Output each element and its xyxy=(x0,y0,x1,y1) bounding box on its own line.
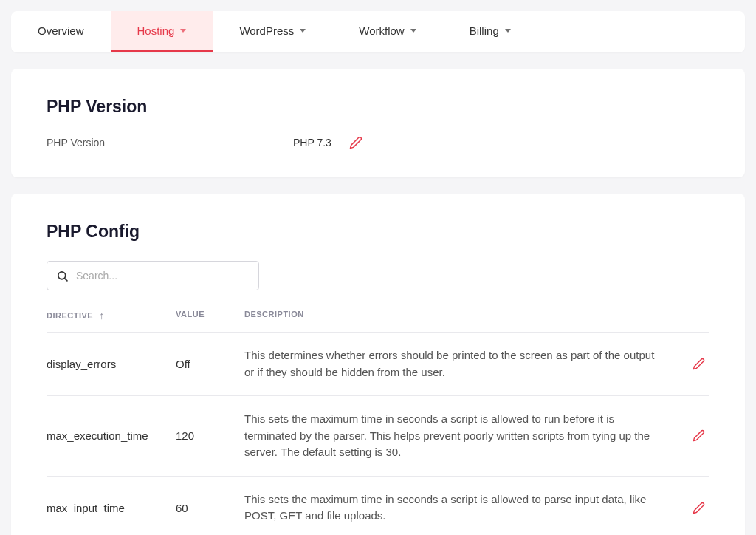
cell-description: This determines whether errors should be… xyxy=(244,347,687,381)
header-directive[interactable]: DIRECTIVE ↑ xyxy=(47,310,176,321)
tab-overview[interactable]: Overview xyxy=(11,11,111,52)
search-icon xyxy=(56,270,69,282)
tab-label: Billing xyxy=(470,24,499,37)
config-table: DIRECTIVE ↑ VALUE DESCRIPTION display_er… xyxy=(47,310,709,535)
pencil-icon xyxy=(693,429,705,442)
php-version-row: PHP Version PHP 7.3 xyxy=(47,136,709,149)
tab-billing[interactable]: Billing xyxy=(443,11,537,52)
cell-directive: max_execution_time xyxy=(47,429,176,442)
header-value[interactable]: VALUE xyxy=(176,310,244,321)
php-config-panel: PHP Config DIRECTIVE ↑ VALUE DESCRIPTION… xyxy=(11,194,745,535)
tab-label: Workflow xyxy=(359,24,404,37)
cell-value: 120 xyxy=(176,429,244,442)
tab-label: Hosting xyxy=(137,24,175,37)
php-version-label: PHP Version xyxy=(47,137,275,149)
search-box xyxy=(47,261,259,290)
tab-label: WordPress xyxy=(239,24,294,37)
pencil-icon xyxy=(693,502,705,514)
cell-directive: display_errors xyxy=(47,358,176,370)
caret-down-icon xyxy=(410,29,416,33)
edit-button[interactable] xyxy=(687,429,709,442)
cell-description: This sets the maximum time in seconds a … xyxy=(244,491,687,525)
php-version-value: PHP 7.3 xyxy=(293,137,331,149)
cell-value: 60 xyxy=(176,502,244,514)
pencil-icon[interactable] xyxy=(349,136,362,149)
tab-wordpress[interactable]: WordPress xyxy=(213,11,332,52)
edit-button[interactable] xyxy=(687,502,709,514)
php-version-panel: PHP Version PHP Version PHP 7.3 xyxy=(11,69,745,177)
search-input[interactable] xyxy=(76,270,250,282)
cell-value: Off xyxy=(176,358,244,370)
pencil-icon xyxy=(693,358,705,370)
top-tabs: Overview Hosting WordPress Workflow Bill… xyxy=(11,11,745,52)
tab-workflow[interactable]: Workflow xyxy=(332,11,442,52)
table-row: max_input_time 60 This sets the maximum … xyxy=(47,476,709,536)
caret-down-icon xyxy=(180,29,186,33)
cell-description: This sets the maximum time in seconds a … xyxy=(244,411,687,461)
table-row: display_errors Off This determines wheth… xyxy=(47,332,709,395)
caret-down-icon xyxy=(300,29,306,33)
table-row: max_execution_time 120 This sets the max… xyxy=(47,395,709,476)
svg-line-1 xyxy=(65,278,67,280)
tab-label: Overview xyxy=(38,24,84,37)
caret-down-icon xyxy=(505,29,511,33)
table-header: DIRECTIVE ↑ VALUE DESCRIPTION xyxy=(47,310,709,332)
cell-directive: max_input_time xyxy=(47,502,176,514)
sort-arrow-up-icon: ↑ xyxy=(99,310,105,321)
edit-button[interactable] xyxy=(687,358,709,370)
tab-hosting[interactable]: Hosting xyxy=(111,11,213,52)
panel-title: PHP Version xyxy=(47,97,709,117)
header-description[interactable]: DESCRIPTION xyxy=(244,310,687,321)
panel-title: PHP Config xyxy=(47,222,709,242)
